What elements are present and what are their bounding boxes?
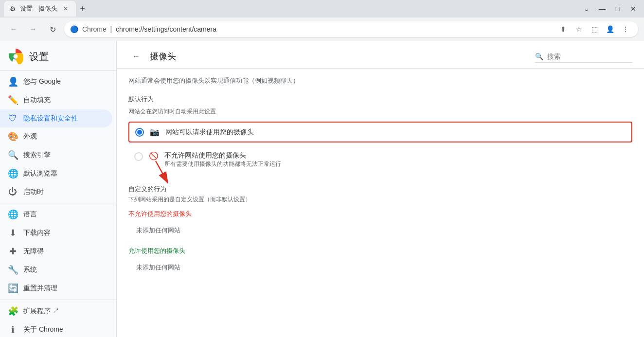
sidebar-item-downloads-label: 下载内容 xyxy=(23,229,51,237)
sidebar-item-browser-label: 默认浏览器 xyxy=(23,169,57,178)
close-tab-button[interactable]: ✕ xyxy=(61,4,70,13)
svg-point-2 xyxy=(14,54,18,59)
sidebar-item-extensions-label: 扩展程序 ↗ xyxy=(23,307,59,316)
allowed-empty: 未添加任何网站 xyxy=(128,259,632,276)
sidebar-item-downloads[interactable]: ⬇ 下载内容 xyxy=(0,224,112,242)
chevron-button[interactable]: ⌄ xyxy=(580,2,593,16)
sidebar-item-startup[interactable]: ⏻ 启动时 xyxy=(0,183,112,201)
allow-camera-option[interactable]: 📷 网站可以请求使用您的摄像头 xyxy=(128,122,632,142)
sidebar-item-about-label: 关于 Chrome xyxy=(23,325,63,334)
back-button[interactable]: ← xyxy=(6,21,21,37)
address-field[interactable]: 🔵 Chrome | chrome://settings/content/cam… xyxy=(64,21,638,37)
downloads-icon: ⬇ xyxy=(8,228,18,238)
allow-radio-button[interactable] xyxy=(135,128,144,137)
minimize-button[interactable]: — xyxy=(595,2,609,16)
camera-block-icon: 🚫 xyxy=(149,151,159,160)
extensions-icon: 🧩 xyxy=(8,306,18,317)
tab-label: 设置 - 摄像头 xyxy=(20,4,57,13)
reload-button[interactable]: ↻ xyxy=(45,21,60,37)
blocked-empty: 未添加任何网站 xyxy=(128,222,632,239)
sidebar-item-system-label: 系统 xyxy=(23,266,37,274)
sidebar-item-language-label: 语言 xyxy=(23,210,37,219)
forward-button[interactable]: → xyxy=(25,21,41,37)
sidebar-item-accessibility[interactable]: ✚ 无障碍 xyxy=(0,242,112,261)
chrome-icon: 🔵 xyxy=(70,25,78,33)
allowed-section: 允许使用您的摄像头 未添加任何网站 xyxy=(128,247,632,276)
content-search[interactable]: 🔍 xyxy=(535,51,632,63)
sidebar-item-search[interactable]: 🔍 搜索引擎 xyxy=(0,146,112,164)
default-behavior-sublabel: 网站会在您访问时自动采用此设置 xyxy=(128,107,632,116)
sidebar-divider-mid xyxy=(0,203,116,203)
window-controls: ⌄ — □ ✕ xyxy=(580,2,640,16)
allow-camera-label: 网站可以请求使用您的摄像头 xyxy=(165,128,254,137)
custom-behavior-section: 自定义的行为 下列网站采用的是自定义设置（而非默认设置） 不允许使用您的摄像头 … xyxy=(128,185,632,276)
content-back-button[interactable]: ← xyxy=(128,49,144,64)
close-button[interactable]: ✕ xyxy=(626,2,640,16)
sidebar-item-google[interactable]: 👤 您与 Google xyxy=(0,72,112,91)
title-bar: ⚙ 设置 - 摄像头 ✕ + ⌄ — □ ✕ xyxy=(0,0,644,18)
allow-radio-inner xyxy=(137,130,142,135)
sidebar-item-autofill-label: 自动填充 xyxy=(23,96,51,105)
sidebar-item-accessibility-label: 无障碍 xyxy=(23,247,44,256)
google-icon: 👤 xyxy=(8,76,18,87)
settings-title: 设置 xyxy=(29,50,49,63)
tab-switch-button[interactable]: ⬚ xyxy=(588,22,601,36)
sidebar-item-language[interactable]: 🌐 语言 xyxy=(0,205,112,224)
system-icon: 🔧 xyxy=(8,265,18,275)
default-behavior-label: 默认行为 xyxy=(128,95,632,104)
startup-icon: ⏻ xyxy=(8,187,18,197)
reset-icon: 🔄 xyxy=(8,283,18,294)
menu-button[interactable]: ⋮ xyxy=(619,22,632,36)
camera-description: 网站通常会使用您的摄像头以实现通信功能（例如视频聊天） xyxy=(128,76,632,85)
new-tab-button[interactable]: + xyxy=(76,2,89,16)
maximize-button[interactable]: □ xyxy=(611,2,625,16)
share-button[interactable]: ⬆ xyxy=(556,22,570,36)
chrome-logo-icon xyxy=(8,49,23,64)
sidebar-divider-top xyxy=(0,70,116,71)
sidebar-item-system[interactable]: 🔧 系统 xyxy=(0,261,112,279)
sidebar-item-google-label: 您与 Google xyxy=(23,77,61,86)
privacy-icon: 🛡 xyxy=(8,113,18,124)
sidebar-header: 设置 xyxy=(0,41,116,68)
settings-tab-icon: ⚙ xyxy=(10,5,16,13)
custom-behavior-desc: 下列网站采用的是自定义设置（而非默认设置） xyxy=(128,195,632,204)
address-text: Chrome | chrome://settings/content/camer… xyxy=(82,25,553,33)
custom-behavior-title: 自定义的行为 xyxy=(128,185,632,194)
block-option-text: 不允许网站使用您的摄像头 所有需要使用摄像头的功能都将无法正常运行 xyxy=(164,151,281,168)
bookmark-button[interactable]: ☆ xyxy=(572,22,586,36)
blocked-title: 不允许使用您的摄像头 xyxy=(128,210,632,218)
sidebar-item-appearance-label: 外观 xyxy=(23,132,37,141)
sidebar-item-privacy-label: 隐私设置和安全性 xyxy=(23,114,78,123)
block-camera-option[interactable]: 🚫 不允许网站使用您的摄像头 所有需要使用摄像头的功能都将无法正常运行 xyxy=(128,146,632,173)
search-engine-icon: 🔍 xyxy=(8,150,18,160)
content-search-icon: 🔍 xyxy=(535,53,543,60)
blocked-section: 不允许使用您的摄像头 未添加任何网站 xyxy=(128,210,632,239)
address-bar: ← → ↻ 🔵 Chrome | chrome://settings/conte… xyxy=(0,18,644,41)
sidebar-item-autofill[interactable]: ✏️ 自动填充 xyxy=(0,91,112,109)
content-area: ← 摄像头 🔍 网站通常会使用您的摄像头以实现通信功能（例如视频聊天） 默认行为… xyxy=(117,41,644,337)
autofill-icon: ✏️ xyxy=(8,95,18,106)
content-header-left: ← 摄像头 xyxy=(128,49,176,64)
sidebar-item-startup-label: 启动时 xyxy=(23,188,44,196)
sidebar-item-reset[interactable]: 🔄 重置并清理 xyxy=(0,279,112,298)
language-icon: 🌐 xyxy=(8,209,18,220)
camera-allow-icon: 📷 xyxy=(150,127,160,137)
sidebar-item-appearance[interactable]: 🎨 外观 xyxy=(0,127,112,146)
content-title: 摄像头 xyxy=(150,51,176,62)
profile-button[interactable]: 👤 xyxy=(603,22,617,36)
sidebar: 设置 👤 您与 Google ✏️ 自动填充 🛡 隐私设置和安全性 🎨 外观 🔍… xyxy=(0,41,117,337)
title-bar-left: ⚙ 设置 - 摄像头 ✕ + xyxy=(4,1,89,17)
sidebar-item-privacy[interactable]: 🛡 隐私设置和安全性 xyxy=(0,109,112,127)
sidebar-item-extensions[interactable]: 🧩 扩展程序 ↗ xyxy=(0,302,112,320)
sidebar-item-about[interactable]: ℹ 关于 Chrome xyxy=(0,320,112,337)
content-header: ← 摄像头 🔍 xyxy=(117,41,644,69)
sidebar-divider-bot xyxy=(0,300,116,300)
active-tab[interactable]: ⚙ 设置 - 摄像头 ✕ xyxy=(4,1,76,17)
sidebar-item-search-label: 搜索引擎 xyxy=(23,151,51,160)
content-body: 网站通常会使用您的摄像头以实现通信功能（例如视频聊天） 默认行为 网站会在您访问… xyxy=(117,69,644,284)
sidebar-item-browser[interactable]: 🌐 默认浏览器 xyxy=(0,164,112,183)
block-radio-button[interactable] xyxy=(134,152,143,161)
content-search-input[interactable] xyxy=(547,53,632,60)
about-icon: ℹ xyxy=(8,324,18,335)
browser-icon: 🌐 xyxy=(8,168,18,179)
